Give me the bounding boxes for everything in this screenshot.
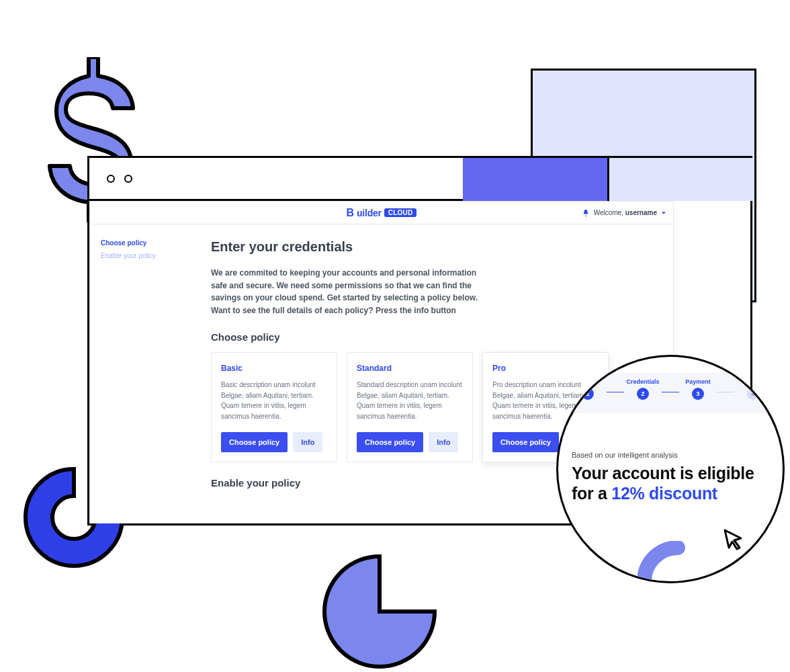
arc-icon xyxy=(638,541,718,583)
choose-policy-button[interactable]: Choose policy xyxy=(492,432,559,452)
step-label: Credentials xyxy=(626,378,659,385)
browser-tab-active xyxy=(463,158,609,201)
section-choose-policy: Choose policy xyxy=(211,331,654,343)
username: username xyxy=(625,209,657,216)
step-number: 2 xyxy=(637,388,649,400)
bell-icon[interactable] xyxy=(582,209,590,217)
sidebar-item-enable-policy[interactable]: Enable your policy xyxy=(101,252,181,259)
discount-message: Based on our intelligent analysis Your a… xyxy=(572,451,773,503)
sidebar-item-choose-policy[interactable]: Choose policy xyxy=(101,239,181,247)
policy-title: Pro xyxy=(492,364,599,373)
discount-headline: Your account is eligible for a 12% disco… xyxy=(572,463,773,503)
step-payment[interactable]: Payment 3 xyxy=(679,378,717,400)
choose-policy-button[interactable]: Choose policy xyxy=(357,432,423,452)
magnifier-circle: UBS 1 Credentials 2 Payment 3 xyxy=(556,355,785,583)
browser-tab-inactive xyxy=(609,158,754,201)
page-description: We are commited to keeping your accounts… xyxy=(211,267,486,317)
app-header: Builder CLOUD Welcome, username xyxy=(90,202,673,224)
cursor-icon xyxy=(722,528,745,550)
choose-policy-button[interactable]: Choose policy xyxy=(221,432,288,452)
step-number: 3 xyxy=(692,388,704,400)
step-connector xyxy=(607,392,624,392)
sidebar: Choose policy Enable your policy xyxy=(90,224,192,523)
info-button[interactable]: Info xyxy=(429,432,458,452)
policy-desc: Basic description unam incolunt Belgae, … xyxy=(221,380,327,421)
policy-card-standard: Standard Standard description unam incol… xyxy=(347,352,473,462)
pacman-icon xyxy=(319,551,440,672)
step-credentials[interactable]: Credentials 2 xyxy=(624,378,662,400)
page-title: Enter your credentials xyxy=(211,239,654,255)
app-logo: Builder CLOUD xyxy=(347,207,417,219)
window-dot xyxy=(107,175,115,183)
step-number: 4 xyxy=(747,388,759,400)
caret-down-icon[interactable] xyxy=(661,210,666,216)
discount-amount: 12% discount xyxy=(611,484,717,503)
step-next[interactable]: Le 4 xyxy=(734,378,772,400)
logo-text: uilder xyxy=(357,208,382,218)
window-dot xyxy=(124,175,132,183)
logo-badge: CLOUD xyxy=(384,208,417,217)
user-menu[interactable]: Welcome, username xyxy=(582,202,666,224)
step-connector xyxy=(717,392,734,392)
step-connector xyxy=(662,392,679,392)
policy-title: Standard xyxy=(357,364,463,373)
welcome-text: Welcome, username xyxy=(594,209,657,216)
step-label: Payment xyxy=(685,378,711,385)
policy-card-basic: Basic Basic description unam incolunt Be… xyxy=(211,352,337,462)
info-button[interactable]: Info xyxy=(293,432,322,452)
policy-desc: Standard description unam incolunt Belga… xyxy=(357,380,463,421)
browser-titlebar xyxy=(89,158,750,201)
discount-eyebrow: Based on our intelligent analysis xyxy=(572,451,773,459)
policy-title: Basic xyxy=(221,364,327,373)
